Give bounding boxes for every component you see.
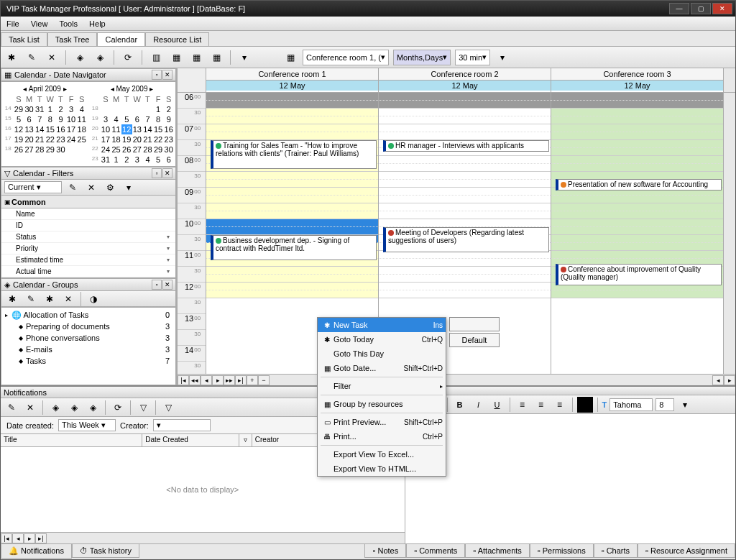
context-menu-item[interactable]: Export View To Excel... bbox=[318, 447, 446, 462]
group-btn-4[interactable]: ✕ bbox=[60, 291, 76, 307]
calendar-event[interactable]: Conference about improvement of Quality … bbox=[556, 264, 722, 285]
editor-body[interactable] bbox=[405, 414, 735, 543]
filter-row-arrow[interactable]: ▾ bbox=[167, 268, 175, 275]
filter-btn-2[interactable]: ✕ bbox=[83, 180, 99, 196]
scale-dropdown[interactable]: Months,Days ▾ bbox=[393, 50, 451, 65]
notif-btn-6[interactable]: ⟳ bbox=[110, 400, 126, 416]
col-sort-icon[interactable]: ▿ bbox=[239, 434, 252, 446]
tab-task-list[interactable]: Task List bbox=[1, 32, 47, 46]
calendar-scrollbar[interactable] bbox=[724, 93, 735, 374]
calendar-day[interactable]: 8 bbox=[153, 114, 164, 124]
calendar-day[interactable]: 1 bbox=[153, 104, 164, 114]
calendar-day[interactable]: 1 bbox=[111, 155, 121, 165]
calendar-day[interactable]: 4 bbox=[111, 114, 121, 124]
calendar-day[interactable]: 25 bbox=[111, 144, 121, 155]
filter-btn-3[interactable]: ⚙ bbox=[102, 180, 118, 196]
calendar-day[interactable]: 10 bbox=[101, 124, 111, 134]
nav-first[interactable]: |◂ bbox=[178, 375, 189, 385]
calendar-day[interactable] bbox=[101, 104, 111, 114]
nav-fwd[interactable]: ▸ bbox=[212, 375, 224, 385]
calendar-day[interactable]: 2 bbox=[163, 104, 174, 114]
tab-task-tree[interactable]: Task Tree bbox=[47, 32, 98, 46]
toolbar-view-4[interactable]: ▦ bbox=[208, 50, 224, 65]
calendar-day[interactable]: 24 bbox=[101, 144, 111, 155]
calendar-day[interactable] bbox=[111, 104, 121, 114]
filter-row-arrow[interactable]: ▾ bbox=[167, 245, 175, 252]
calendar-day[interactable]: 28 bbox=[34, 144, 45, 155]
editor-bold[interactable]: B bbox=[452, 397, 468, 413]
calendar-day[interactable]: 16 bbox=[163, 124, 174, 134]
calendar-day[interactable]: 2 bbox=[121, 155, 132, 165]
filter-row-arrow[interactable]: ▾ bbox=[167, 234, 175, 240]
calendar-day[interactable]: 9 bbox=[163, 114, 174, 124]
calendar-day[interactable]: 1 bbox=[45, 104, 56, 114]
notif-btn-7[interactable]: ▽ bbox=[135, 400, 151, 416]
calendar-day[interactable]: 3 bbox=[101, 114, 111, 124]
filter-current-dropdown[interactable]: Current ▾ bbox=[4, 181, 62, 193]
detail-tab[interactable]: ▫ Comments bbox=[406, 544, 465, 558]
panel-pin-icon[interactable]: ▫ bbox=[152, 168, 162, 178]
toolbar-btn-4[interactable]: ◈ bbox=[72, 50, 88, 65]
calendar-day[interactable] bbox=[66, 144, 77, 155]
context-menu-item[interactable]: Export View To HTML... bbox=[318, 462, 446, 476]
calendar-day[interactable]: 6 bbox=[24, 114, 34, 124]
detail-tab[interactable]: ▫ Attachments bbox=[465, 544, 530, 558]
calendar-day[interactable]: 12 bbox=[121, 124, 132, 134]
calendar-day[interactable]: 24 bbox=[66, 134, 77, 144]
context-menu-item[interactable]: ✱Goto TodayCtrl+Q bbox=[318, 332, 446, 346]
calendar-day[interactable]: 31 bbox=[34, 104, 45, 114]
calendar-day[interactable]: 21 bbox=[34, 134, 45, 144]
interval-dropdown[interactable]: 30 min ▾ bbox=[455, 50, 490, 65]
editor-underline[interactable]: U bbox=[489, 397, 505, 413]
toolbar-extra[interactable]: ▾ bbox=[236, 50, 252, 65]
panel-close-icon[interactable]: ✕ bbox=[162, 280, 172, 290]
calendar-day[interactable]: 5 bbox=[121, 114, 132, 124]
calendar-day[interactable]: 17 bbox=[66, 124, 77, 134]
tab-calendar[interactable]: Calendar bbox=[97, 32, 145, 46]
toolbar-extra-2[interactable]: ▾ bbox=[494, 50, 510, 65]
group-btn-3[interactable]: ✱ bbox=[42, 291, 58, 307]
editor-color[interactable] bbox=[577, 397, 593, 413]
menu-help[interactable]: Help bbox=[83, 18, 111, 29]
detail-tab[interactable]: ▫ Resource Assignment bbox=[638, 544, 735, 558]
tree-item[interactable]: ◆Preparing of documents3 bbox=[3, 321, 174, 332]
menu-file[interactable]: File bbox=[1, 18, 25, 29]
context-menu-item[interactable]: ▭Print Preview...Shift+Ctrl+P bbox=[318, 415, 446, 429]
calendar-day[interactable]: 29 bbox=[45, 144, 56, 155]
calendar-day[interactable]: 20 bbox=[24, 134, 34, 144]
panel-pin-icon[interactable]: ▫ bbox=[152, 280, 162, 290]
calendar-day[interactable]: 30 bbox=[24, 104, 34, 114]
notif-btn-1[interactable]: ✎ bbox=[4, 400, 19, 416]
calendar-day[interactable]: 10 bbox=[66, 114, 77, 124]
context-menu-item[interactable]: Goto This Day bbox=[318, 346, 446, 361]
minimize-button[interactable]: — bbox=[669, 3, 689, 14]
calendar-day[interactable]: 11 bbox=[111, 124, 121, 134]
calendar-day[interactable]: 26 bbox=[14, 144, 24, 155]
editor-align-l[interactable]: ≡ bbox=[515, 397, 530, 413]
toolbar-btn-2[interactable]: ✎ bbox=[24, 50, 40, 65]
calendar-day[interactable]: 4 bbox=[76, 104, 87, 114]
filter-btn-1[interactable]: ✎ bbox=[65, 180, 80, 196]
nav-prev[interactable]: ◂◂ bbox=[189, 375, 201, 385]
calendar-day[interactable]: 3 bbox=[132, 155, 143, 165]
calendar-day[interactable]: 4 bbox=[142, 155, 153, 165]
nav-last[interactable]: ▸| bbox=[235, 375, 247, 385]
date-created-dropdown[interactable]: This Week ▾ bbox=[58, 419, 116, 431]
calendar-day[interactable]: 13 bbox=[24, 124, 34, 134]
toolbar-view-1[interactable]: ▥ bbox=[148, 50, 164, 65]
calendar-day[interactable]: 26 bbox=[121, 144, 132, 155]
calendar-day[interactable]: 16 bbox=[55, 124, 66, 134]
calendar-day[interactable]: 9 bbox=[55, 114, 66, 124]
col-date[interactable]: Date Created bbox=[142, 434, 239, 446]
calendar-day[interactable]: 30 bbox=[55, 144, 66, 155]
editor-align-c[interactable]: ≡ bbox=[533, 397, 549, 413]
panel-close-icon[interactable]: ✕ bbox=[162, 168, 172, 178]
notif-nav-prev[interactable]: ◂ bbox=[12, 533, 24, 543]
toolbar-room-icon[interactable]: ▦ bbox=[282, 50, 298, 65]
calendar-day[interactable]: 27 bbox=[24, 144, 34, 155]
calendar-day[interactable]: 14 bbox=[34, 124, 45, 134]
calendar-day[interactable]: 28 bbox=[142, 144, 153, 155]
context-menu-item[interactable]: ✱New TaskIns bbox=[318, 318, 446, 332]
calendar-day[interactable]: 2 bbox=[55, 104, 66, 114]
calendar-day[interactable]: 30 bbox=[163, 144, 174, 155]
